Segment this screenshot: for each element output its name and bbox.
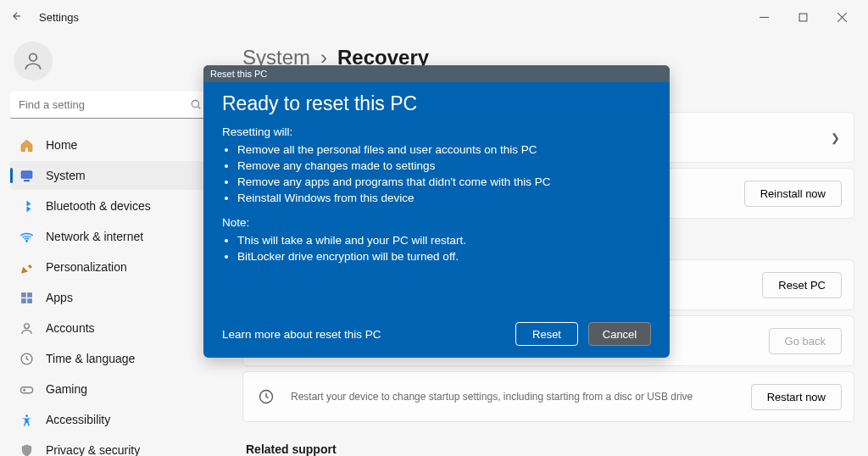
sidebar-item-personalization[interactable]: Personalization: [10, 253, 210, 281]
sidebar-item-label: Accessibility: [46, 413, 110, 426]
search-icon: [190, 98, 202, 113]
gaming-icon: [19, 381, 34, 397]
svg-rect-1: [799, 14, 807, 21]
sidebar-item-label: Time & language: [46, 352, 135, 365]
svg-rect-12: [27, 298, 32, 303]
resetting-list: Remove all the personal files and user a…: [222, 143, 651, 208]
reset-dialog: Reset this PC Ready to reset this PC Res…: [203, 65, 670, 358]
sidebar-item-label: Apps: [46, 291, 73, 304]
search-wrap: [10, 92, 210, 119]
sidebar-item-accounts[interactable]: Accounts: [10, 314, 210, 342]
user-row[interactable]: [10, 36, 210, 86]
sidebar-item-home[interactable]: Home: [10, 131, 210, 159]
restart-now-button[interactable]: Restart now: [751, 384, 842, 410]
accounts-icon: [19, 320, 34, 336]
chevron-right-icon: ❯: [831, 131, 842, 144]
svg-rect-10: [27, 292, 32, 298]
resetting-label: Resetting will:: [222, 125, 651, 138]
sidebar-item-label: Personalization: [46, 260, 127, 274]
sidebar-item-label: Accounts: [46, 321, 95, 335]
back-button[interactable]: [7, 10, 27, 25]
apps-icon: [19, 290, 34, 305]
sidebar-item-label: Home: [46, 138, 77, 152]
sidebar-item-label: Privacy & security: [46, 443, 140, 456]
svg-rect-8: [24, 180, 29, 181]
svg-rect-7: [21, 170, 32, 178]
sidebar-item-label: System: [46, 169, 86, 182]
sidebar-item-privacy[interactable]: Privacy & security: [10, 436, 210, 456]
minimize-button[interactable]: [744, 3, 783, 31]
sidebar-item-bluetooth[interactable]: Bluetooth & devices: [10, 192, 210, 220]
title-bar: Settings: [0, 0, 868, 34]
window-title: Settings: [39, 11, 79, 24]
sidebar-item-accessibility[interactable]: Accessibility: [10, 405, 210, 434]
system-icon: [19, 168, 34, 183]
maximize-button[interactable]: [783, 3, 822, 31]
list-item: BitLocker drive encryption will be turne…: [237, 250, 651, 263]
list-item: This will take a while and your PC will …: [237, 234, 651, 247]
sidebar-item-network[interactable]: Network & internet: [10, 222, 210, 251]
note-list: This will take a while and your PC will …: [222, 234, 651, 266]
sidebar-item-label: Bluetooth & devices: [46, 199, 151, 213]
avatar: [14, 42, 53, 81]
go-back-button: Go back: [769, 328, 842, 354]
svg-line-6: [198, 107, 201, 109]
svg-rect-11: [21, 298, 26, 303]
sidebar-item-label: Gaming: [46, 382, 87, 396]
nav-list: Home System Bluetooth & devices Network …: [10, 131, 210, 456]
shield-icon: [19, 442, 34, 456]
svg-point-4: [30, 53, 37, 61]
cancel-button[interactable]: Cancel: [588, 322, 651, 346]
learn-more-link[interactable]: Learn more about reset this PC: [222, 328, 381, 341]
note-label: Note:: [222, 216, 651, 229]
related-heading: Related support: [246, 442, 854, 456]
sidebar: Home System Bluetooth & devices Network …: [0, 34, 220, 456]
close-button[interactable]: [822, 3, 861, 31]
network-icon: [19, 229, 34, 244]
reset-pc-button[interactable]: Reset PC: [762, 272, 842, 298]
sidebar-item-time[interactable]: Time & language: [10, 344, 210, 373]
dialog-title: Ready to reset this PC: [222, 92, 651, 115]
search-input[interactable]: [10, 92, 210, 119]
personalization-icon: [19, 259, 34, 275]
sidebar-item-apps[interactable]: Apps: [10, 283, 210, 312]
accessibility-icon: [19, 412, 34, 427]
time-icon: [19, 351, 34, 366]
sidebar-item-system[interactable]: System: [10, 161, 210, 190]
svg-point-16: [25, 414, 28, 417]
dialog-caption: Reset this PC: [203, 65, 670, 82]
bluetooth-icon: [19, 198, 34, 214]
list-item: Remove any changes made to settings: [237, 159, 651, 172]
reinstall-now-button[interactable]: Reinstall now: [744, 181, 842, 207]
sidebar-item-gaming[interactable]: Gaming: [10, 375, 210, 403]
home-icon: [19, 137, 34, 153]
svg-rect-9: [21, 292, 26, 298]
list-item: Reinstall Windows from this device: [237, 192, 651, 204]
reset-button[interactable]: Reset: [515, 322, 578, 346]
card-advanced-startup: Restart your device to change startup se…: [242, 371, 854, 422]
list-item: Remove any apps and programs that didn't…: [237, 175, 651, 188]
list-item: Remove all the personal files and user a…: [237, 143, 651, 156]
sidebar-item-label: Network & internet: [46, 230, 143, 243]
svg-point-5: [192, 100, 198, 107]
svg-rect-15: [20, 386, 32, 392]
card-subtitle: Restart your device to change startup se…: [291, 391, 751, 403]
restart-icon: [255, 386, 277, 408]
svg-point-13: [24, 323, 29, 328]
